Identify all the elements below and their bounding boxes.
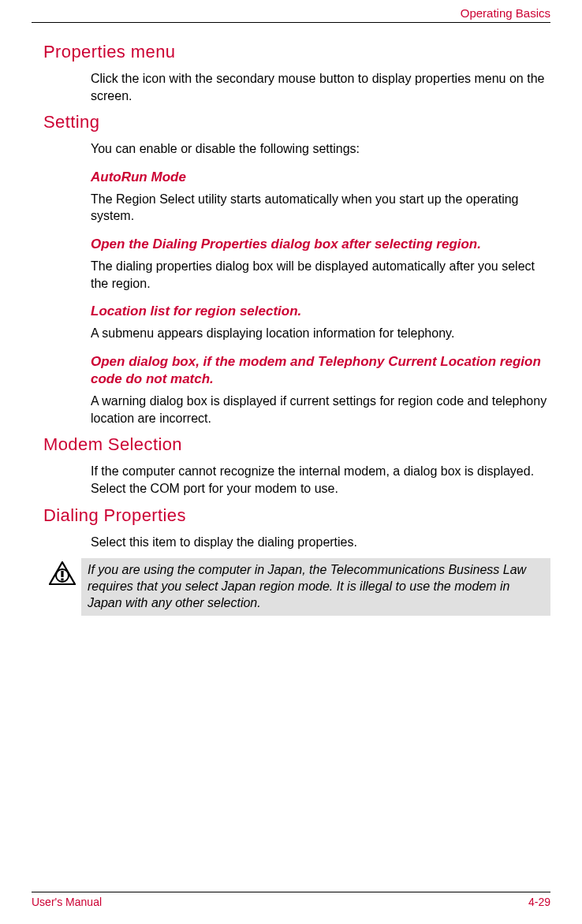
- properties-menu-heading: Properties menu: [43, 42, 550, 62]
- svg-rect-3: [61, 579, 63, 581]
- footer-left: User's Manual: [32, 896, 102, 908]
- properties-menu-body: Click the icon with the secondary mouse …: [91, 70, 550, 104]
- page-content: Properties menu Click the icon with the …: [32, 23, 550, 616]
- autorun-mode-heading: AutoRun Mode: [91, 169, 550, 186]
- open-dialing-body: The dialing properties dialog box will b…: [91, 258, 550, 292]
- warning-triangle-icon: [49, 561, 76, 585]
- warning-text: If you are using the computer in Japan, …: [81, 558, 550, 615]
- open-dialog-body: A warning dialog box is displayed if cur…: [91, 393, 550, 427]
- setting-intro: You can enable or disable the following …: [91, 140, 550, 158]
- warning-icon-container: [43, 558, 81, 585]
- svg-rect-2: [61, 571, 63, 577]
- location-list-body: A submenu appears displaying location in…: [91, 325, 550, 342]
- dialing-properties-heading: Dialing Properties: [43, 505, 550, 526]
- page-header: Operating Basics: [32, 0, 550, 23]
- footer-right: 4-29: [528, 896, 550, 908]
- page-footer: User's Manual 4-29: [32, 892, 550, 908]
- chapter-title: Operating Basics: [461, 6, 550, 20]
- setting-heading: Setting: [43, 112, 550, 132]
- modem-selection-heading: Modem Selection: [43, 434, 550, 455]
- modem-selection-body: If the computer cannot recognize the int…: [91, 463, 550, 497]
- open-dialing-heading: Open the Dialing Properties dialog box a…: [91, 236, 550, 253]
- open-dialog-heading: Open dialog box, if the modem and Teleph…: [91, 353, 550, 388]
- location-list-heading: Location list for region selection.: [91, 303, 550, 320]
- dialing-properties-body: Select this item to display the dialing …: [91, 534, 550, 551]
- autorun-mode-body: The Region Select utility starts automat…: [91, 191, 550, 225]
- warning-callout: If you are using the computer in Japan, …: [43, 558, 550, 615]
